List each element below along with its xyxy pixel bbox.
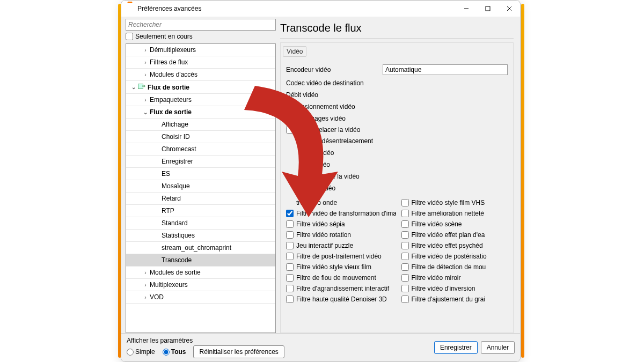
checkbox-label: Filtre de post-traitement vidéo <box>296 253 382 260</box>
radio-all-input[interactable] <box>163 349 170 356</box>
checkbox-input[interactable] <box>401 242 409 249</box>
titlebar: Préférences avancées <box>121 1 520 17</box>
checkbox-input[interactable] <box>286 210 294 217</box>
expander-icon: › <box>141 47 150 53</box>
checkbox-input[interactable] <box>286 274 294 282</box>
checkbox-input[interactable] <box>401 285 409 292</box>
filter-checkbox-filtre-vid-o-sc-ne[interactable]: Filtre vidéo scène <box>398 219 511 230</box>
form-row: Codec vidéo de destination <box>283 77 511 89</box>
radio-all[interactable]: Tous <box>163 348 186 356</box>
checkbox-input[interactable] <box>401 295 409 303</box>
tree-item-rtp[interactable]: RTP <box>126 205 275 217</box>
form-label-partial: e de la vidéo <box>299 184 335 192</box>
only-current-check-input[interactable] <box>126 33 133 40</box>
close-button[interactable] <box>499 1 520 17</box>
filter-checkbox-jeu-interactif-puzzle[interactable]: Jeu interactif puzzle <box>283 240 396 251</box>
filter-checkbox-filtre-de-post-traitement-vid-o[interactable]: Filtre de post-traitement vidéo <box>283 251 396 262</box>
reset-button[interactable]: Réinitialiser les préférences <box>193 345 284 358</box>
checkbox-label: Filtre vidéo miroir <box>412 274 461 282</box>
encoder-select[interactable]: Automatique <box>383 64 508 75</box>
filter-checkbox-filtre-vid-o-style-film-vhs[interactable]: Filtre vidéo style film VHS <box>398 197 511 208</box>
save-button[interactable]: Enregistrer <box>434 341 478 354</box>
checkbox-label: Filtre vidéo scène <box>412 220 462 228</box>
checkbox-input[interactable] <box>401 231 409 239</box>
form-row: Encodeur vidéoAutomatique <box>283 62 511 77</box>
form-row: Débit d'images vidéo <box>283 113 511 124</box>
tree-item-modules-de-sortie[interactable]: ›Modules de sortie <box>126 267 275 279</box>
checkbox-input[interactable] <box>286 253 294 260</box>
tree-item-vod[interactable]: ›VOD <box>126 291 275 304</box>
checkbox-input[interactable] <box>286 263 294 271</box>
filter-checkbox-filtre-vid-o-de-transformation-d-image[interactable]: Filtre vidéo de transformation d'image <box>283 208 396 219</box>
checkbox-input[interactable] <box>286 231 294 239</box>
tree-item-d-multiplexeurs[interactable]: ›Démultiplexeurs <box>126 44 275 56</box>
checkbox-input[interactable] <box>401 253 409 260</box>
checkbox-row[interactable]: Désentrelacer la vidéo <box>283 124 511 135</box>
tree-item-label: Retard <box>162 195 181 202</box>
cancel-button[interactable]: Annuler <box>481 341 515 354</box>
tree-item-stream-out-chromaprint[interactable]: stream_out_chromaprint <box>126 242 275 254</box>
tree-item-standard[interactable]: Standard <box>126 217 275 230</box>
tree-item-choisir-id[interactable]: Choisir ID <box>126 131 275 143</box>
checkbox-input[interactable] <box>286 285 294 292</box>
radio-simple[interactable]: Simple <box>127 348 155 356</box>
checkbox-label: Filtre vidéo de transformation d'image <box>296 210 396 217</box>
filter-checkbox-filtre-vid-o-rotation[interactable]: Filtre vidéo rotation <box>283 230 396 240</box>
tree-item-label: Enregistrer <box>162 158 193 165</box>
checkbox-input[interactable] <box>401 210 409 217</box>
tree-item-empaqueteurs[interactable]: ›Empaqueteurs <box>126 94 275 106</box>
filter-checkbox-filtre-vid-o-de-post-risatio[interactable]: Filtre vidéo de postérisatio <box>398 251 511 262</box>
filter-checkbox-filtre-d-agrandissement-interactif[interactable]: Filtre d'agrandissement interactif <box>283 283 396 294</box>
search-input[interactable] <box>126 19 276 31</box>
filter-checkbox-filtre-vid-o-effet-psych-d[interactable]: Filtre vidéo effet psychéd <box>398 240 511 251</box>
filter-checkbox-filtre-vid-o-effet-plan-d-ea[interactable]: Filtre vidéo effet plan d'ea <box>398 230 511 240</box>
tree-item-flux-de-sortie[interactable]: ⌄Flux de sortie <box>126 106 275 119</box>
form-label: Dimensionnement vidéo <box>286 103 383 110</box>
checkbox-input[interactable] <box>401 199 409 206</box>
filter-checkbox-filtre-de-flou-de-mouvement[interactable]: Filtre de flou de mouvement <box>283 272 396 283</box>
checkbox-input[interactable] <box>286 126 294 134</box>
tree-item-statistiques[interactable]: Statistiques <box>126 230 275 242</box>
filter-checkbox-filtre-d-ajustement-du-grai[interactable]: Filtre d'ajustement du grai <box>398 294 511 305</box>
settings-tree[interactable]: ›Démultiplexeurs›Filtres de flux›Modules… <box>126 43 276 333</box>
filter-checkbox-tre-vid-o-onde[interactable]: tre vidéo onde <box>283 197 396 208</box>
filter-checkbox-filtre-vid-o-s-pia[interactable]: Filtre vidéo sépia <box>283 219 396 230</box>
checkbox-input[interactable] <box>401 274 409 282</box>
tree-item-affichage[interactable]: Affichage <box>126 119 275 131</box>
checkbox-input[interactable] <box>401 220 409 228</box>
tree-item-es[interactable]: ES <box>126 168 275 180</box>
filter-checkbox-filtre-haute-qualit-denoiser-3d[interactable]: Filtre haute qualité Denoiser 3D <box>283 294 396 305</box>
tree-item-modules-d-acc-s[interactable]: ›Modules d'accès <box>126 69 275 81</box>
tree-item-label: Filtres de flux <box>150 58 188 66</box>
filter-checkbox-filtre-vid-o-d-inversion[interactable]: Filtre vidéo d'inversion <box>398 283 511 294</box>
radio-simple-input[interactable] <box>127 349 134 356</box>
only-current-checkbox[interactable]: Seulement en cours <box>126 32 276 41</box>
checkbox-input[interactable] <box>286 295 294 303</box>
tree-item-filtres-de-flux[interactable]: ›Filtres de flux <box>126 56 275 69</box>
tree-item-transcode[interactable]: Transcode <box>126 254 275 267</box>
tree-item-multiplexeurs[interactable]: ›Multiplexeurs <box>126 279 275 291</box>
minimize-button[interactable] <box>456 1 477 17</box>
form-row-partial: e de la vidéo <box>283 182 511 194</box>
checkbox-input[interactable] <box>286 242 294 249</box>
checkbox-label: tre vidéo onde <box>296 199 337 206</box>
tree-item-retard[interactable]: Retard <box>126 193 275 205</box>
maximize-button[interactable] <box>477 1 499 17</box>
filter-checkbox-filtre-vid-o-miroir[interactable]: Filtre vidéo miroir <box>398 272 511 283</box>
tree-item-label: Transcode <box>162 256 192 264</box>
tree-item-flux-de-sortie[interactable]: ⌄Flux de sortie <box>126 81 275 94</box>
settings-panel[interactable]: VidéoEncodeur vidéoAutomatiqueCodec vidé… <box>280 42 514 333</box>
filter-checkbox-filtre-de-d-tection-de-mou[interactable]: Filtre de détection de mou <box>398 262 511 272</box>
svg-rect-1 <box>486 6 490 11</box>
show-settings-label: Afficher les paramètres <box>127 337 284 344</box>
tree-item-enregistrer[interactable]: Enregistrer <box>126 156 275 168</box>
filter-checkbox-filtre-am-lioration-nettet-[interactable]: Filtre amélioration netteté <box>398 208 511 219</box>
checkbox-input[interactable] <box>286 220 294 228</box>
checkbox-input[interactable] <box>401 263 409 271</box>
tree-item-chromecast[interactable]: Chromecast <box>126 143 275 156</box>
filter-checkbox-filtre-vid-o-style-vieux-film[interactable]: Filtre vidéo style vieux film <box>283 262 396 272</box>
checkbox-label: Filtre d'agrandissement interactif <box>296 285 389 292</box>
tree-item-label: Flux de sortie <box>150 108 192 116</box>
tree-item-mosa-que[interactable]: Mosaïque <box>126 180 275 193</box>
form-row: Dimensionnement vidéo <box>283 101 511 113</box>
